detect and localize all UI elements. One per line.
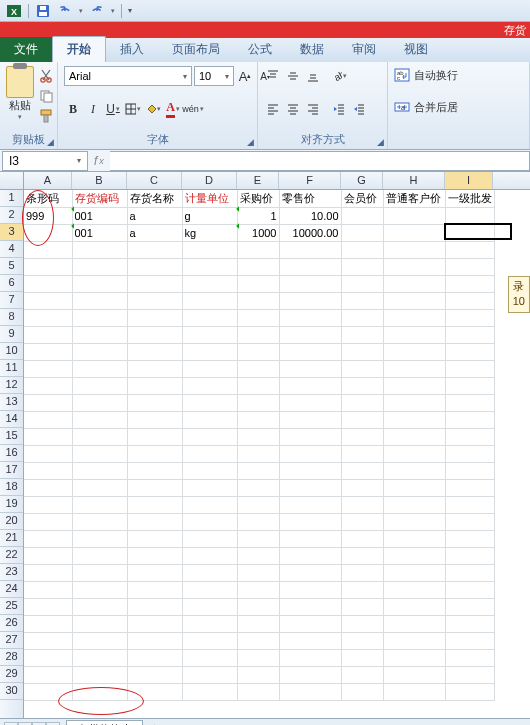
cell[interactable] — [237, 428, 279, 445]
cell[interactable] — [341, 564, 383, 581]
cell[interactable] — [127, 292, 182, 309]
cell[interactable] — [237, 343, 279, 360]
cell[interactable] — [341, 394, 383, 411]
cell[interactable] — [279, 666, 341, 683]
cell[interactable] — [279, 241, 341, 258]
cell[interactable] — [127, 564, 182, 581]
cell[interactable] — [72, 581, 127, 598]
cell[interactable] — [445, 564, 494, 581]
cut-icon[interactable] — [38, 68, 54, 84]
cell[interactable] — [24, 649, 72, 666]
cell[interactable] — [24, 479, 72, 496]
cell[interactable] — [72, 683, 127, 700]
cell[interactable] — [182, 547, 237, 564]
row-header-27[interactable]: 27 — [0, 632, 23, 649]
cell[interactable] — [24, 411, 72, 428]
cell[interactable] — [445, 224, 494, 241]
cell[interactable] — [341, 513, 383, 530]
cell[interactable] — [72, 462, 127, 479]
merge-center-button[interactable]: a 合并后居 — [394, 98, 458, 116]
cell[interactable] — [72, 309, 127, 326]
cell[interactable] — [237, 394, 279, 411]
cell[interactable] — [127, 530, 182, 547]
cell[interactable] — [72, 343, 127, 360]
cell[interactable] — [445, 394, 494, 411]
col-header-C[interactable]: C — [127, 172, 182, 189]
cell[interactable] — [383, 326, 445, 343]
cell[interactable] — [182, 445, 237, 462]
cell[interactable] — [341, 649, 383, 666]
row-header-30[interactable]: 30 — [0, 683, 23, 700]
cell[interactable] — [182, 530, 237, 547]
tab-data[interactable]: 数据 — [286, 37, 338, 62]
cell[interactable] — [237, 258, 279, 275]
cell[interactable] — [383, 360, 445, 377]
row-header-16[interactable]: 16 — [0, 445, 23, 462]
fx-label[interactable]: fx — [88, 154, 110, 168]
header-cell[interactable]: 计量单位 — [182, 190, 237, 207]
cell[interactable] — [237, 666, 279, 683]
cell[interactable] — [383, 496, 445, 513]
header-cell[interactable]: 存货名称 — [127, 190, 182, 207]
cell[interactable] — [237, 377, 279, 394]
cell[interactable] — [341, 428, 383, 445]
row-header-6[interactable]: 6 — [0, 275, 23, 292]
cell[interactable] — [445, 615, 494, 632]
cell[interactable] — [383, 377, 445, 394]
cell[interactable] — [24, 530, 72, 547]
cell[interactable] — [383, 615, 445, 632]
cell[interactable] — [383, 479, 445, 496]
cell[interactable] — [127, 462, 182, 479]
cell[interactable] — [383, 547, 445, 564]
cell[interactable] — [341, 581, 383, 598]
cell[interactable] — [341, 462, 383, 479]
cell[interactable]: 1 — [237, 207, 279, 224]
cell[interactable] — [72, 632, 127, 649]
cell[interactable] — [182, 513, 237, 530]
row-header-5[interactable]: 5 — [0, 258, 23, 275]
align-expand-icon[interactable]: ◢ — [377, 137, 384, 147]
cell[interactable] — [341, 666, 383, 683]
cell[interactable] — [279, 309, 341, 326]
cell[interactable] — [383, 530, 445, 547]
cell[interactable]: 001 — [72, 224, 127, 241]
row-header-28[interactable]: 28 — [0, 649, 23, 666]
header-cell[interactable]: 条形码 — [24, 190, 72, 207]
align-left-button[interactable] — [264, 99, 282, 119]
cell[interactable] — [279, 683, 341, 700]
cell[interactable] — [24, 428, 72, 445]
row-header-21[interactable]: 21 — [0, 530, 23, 547]
save-icon[interactable] — [35, 3, 51, 19]
cell[interactable] — [279, 547, 341, 564]
cell[interactable] — [72, 292, 127, 309]
cell[interactable] — [182, 581, 237, 598]
undo-dropdown-icon[interactable]: ▾ — [79, 7, 83, 15]
cell[interactable] — [279, 496, 341, 513]
sheet-nav-prev-icon[interactable]: ◀ — [18, 722, 32, 726]
cell[interactable] — [127, 445, 182, 462]
cell[interactable] — [127, 547, 182, 564]
cell[interactable] — [445, 275, 494, 292]
cell[interactable] — [127, 496, 182, 513]
cell[interactable] — [237, 479, 279, 496]
cell[interactable] — [72, 360, 127, 377]
cell[interactable] — [341, 547, 383, 564]
cell[interactable] — [72, 479, 127, 496]
cell[interactable] — [341, 479, 383, 496]
cell[interactable] — [445, 292, 494, 309]
cell[interactable] — [383, 598, 445, 615]
cell[interactable] — [237, 564, 279, 581]
cell[interactable] — [182, 683, 237, 700]
tab-insert[interactable]: 插入 — [106, 37, 158, 62]
cell[interactable] — [237, 530, 279, 547]
col-header-G[interactable]: G — [341, 172, 383, 189]
cell[interactable] — [24, 513, 72, 530]
cell[interactable] — [127, 258, 182, 275]
cell[interactable] — [237, 547, 279, 564]
underline-button[interactable]: U▾ — [104, 99, 122, 119]
cell[interactable] — [237, 360, 279, 377]
cell[interactable]: 1000 — [237, 224, 279, 241]
formula-bar[interactable] — [110, 151, 530, 171]
cell[interactable] — [182, 649, 237, 666]
font-color-button[interactable]: A▾ — [164, 99, 182, 119]
